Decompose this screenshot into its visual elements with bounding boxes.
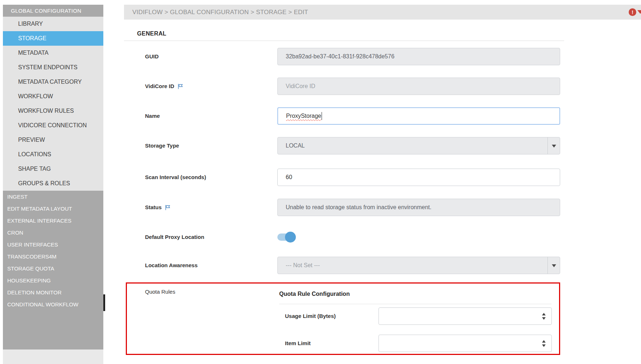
number-stepper[interactable] [540,335,548,352]
sidebar-item-library[interactable]: LIBRARY [3,17,103,31]
sidebar-item-groups-roles[interactable]: GROUPS & ROLES [3,176,103,191]
sidebar-item-storage-quota[interactable]: STORAGE QUOTA [3,262,103,274]
scan-interval-label: Scan Interval (seconds) [145,174,206,181]
sidebar: GLOBAL CONFIGURATION LIBRARY STORAGE MET… [3,5,103,349]
sidebar-item-metadata[interactable]: METADATA [3,46,103,60]
sidebar-scrollbar-thumb[interactable] [103,294,105,311]
chevron-down-icon[interactable] [547,257,560,274]
flag-icon [177,83,183,90]
sidebar-item-workflow[interactable]: WORKFLOW [3,89,103,104]
breadcrumb[interactable]: VIDIFLOW > GLOBAL CONFIGURATION > STORAG… [124,9,308,16]
stepper-down-icon[interactable] [542,317,546,322]
page-title: GENERAL [137,30,166,37]
sidebar-item-storage[interactable]: STORAGE [3,31,103,46]
toggle-knob [285,232,296,243]
sidebar-footer [3,349,103,364]
vidicore-id-label: VidiCore ID [145,83,183,90]
sidebar-item-cron[interactable]: CRON [3,227,103,239]
scan-interval-input[interactable]: 60 [277,169,560,186]
location-awareness-value: --- Not Set --- [286,262,320,269]
section-divider [124,41,564,41]
default-proxy-location-toggle[interactable] [277,233,295,241]
item-limit-input[interactable] [379,335,552,352]
item-limit-label: Item Limit [285,340,311,347]
quota-rules-label: Quota Rules [145,288,175,295]
sidebar-item-vidicore-connection[interactable]: VIDICORE CONNECTION [3,118,103,133]
flag-icon [165,204,171,211]
status-label: Status [145,204,171,211]
sidebar-item-external-interfaces[interactable]: EXTERNAL INTERFACES [3,215,103,227]
status-label-text: Status [145,204,162,211]
vidicore-id-field: VidiCore ID [277,78,560,95]
sidebar-item-ingest[interactable]: INGEST [3,191,103,203]
sidebar-item-edit-metadata-layout[interactable]: EDIT METADATA LAYOUT [3,203,103,215]
vidicore-id-label-text: VidiCore ID [145,83,174,90]
number-stepper[interactable] [540,308,548,324]
storage-type-label: Storage Type [145,142,179,149]
caret-down-icon [637,10,641,17]
text-cursor [322,112,322,120]
quota-divider [279,304,551,304]
sidebar-item-shape-tag[interactable]: SHAPE TAG [3,162,103,176]
sidebar-item-locations[interactable]: LOCATIONS [3,147,103,162]
guid-label: GUID [145,53,159,60]
sidebar-item-transcoders4m[interactable]: TRANSCODERS4M [3,251,103,262]
sidebar-header: GLOBAL CONFIGURATION [3,5,103,17]
chevron-down-icon[interactable] [547,137,560,154]
location-awareness-select[interactable]: --- Not Set --- [277,257,560,274]
usage-limit-input[interactable] [379,307,552,325]
location-awareness-label: Location Awareness [145,262,198,269]
sidebar-main-nav: INGEST EDIT METADATA LAYOUT EXTERNAL INT… [3,191,103,349]
storage-type-value: LOCAL [286,142,305,149]
stepper-down-icon[interactable] [542,344,546,349]
stepper-up-icon[interactable] [542,338,546,343]
sidebar-item-conditional-workflow[interactable]: CONDITIONAL WORKFLOW [3,298,103,310]
app-window: GLOBAL CONFIGURATION LIBRARY STORAGE MET… [0,0,641,364]
quota-rule-configuration-heading: Quota Rule Configuration [279,291,350,297]
status-field: Unable to read storage status from inact… [277,199,560,216]
breadcrumb-bar: VIDIFLOW > GLOBAL CONFIGURATION > STORAG… [124,5,641,20]
sidebar-item-workflow-rules[interactable]: WORKFLOW RULES [3,104,103,118]
vidicore-id-placeholder: VidiCore ID [286,83,315,90]
error-icon[interactable]: ! [629,8,636,16]
sidebar-item-user-interfaces[interactable]: USER INTERFACES [3,239,103,251]
stepper-up-icon[interactable] [542,311,546,315]
sidebar-item-deletion-monitor[interactable]: DELETION MONITOR [3,286,103,298]
sidebar-item-housekeeping[interactable]: HOUSEKEEPING [3,274,103,286]
usage-limit-label: Usage Limit (Bytes) [285,313,336,320]
default-proxy-location-label: Default Proxy Location [145,233,204,241]
name-label: Name [145,112,160,120]
name-value: ProxyStorage [286,113,321,119]
sidebar-item-preview[interactable]: PREVIEW [3,133,103,147]
storage-type-select[interactable]: LOCAL [277,137,560,154]
guid-field: 32ba92ad-be37-40c1-831f-928c478de576 [277,48,560,65]
sidebar-sub-nav: LIBRARY STORAGE METADATA SYSTEM ENDPOINT… [3,17,103,191]
sidebar-item-metadata-category[interactable]: METADATA CATEGORY [3,75,103,89]
name-input[interactable]: ProxyStorage [277,107,560,125]
sidebar-item-system-endpoints[interactable]: SYSTEM ENDPOINTS [3,60,103,75]
